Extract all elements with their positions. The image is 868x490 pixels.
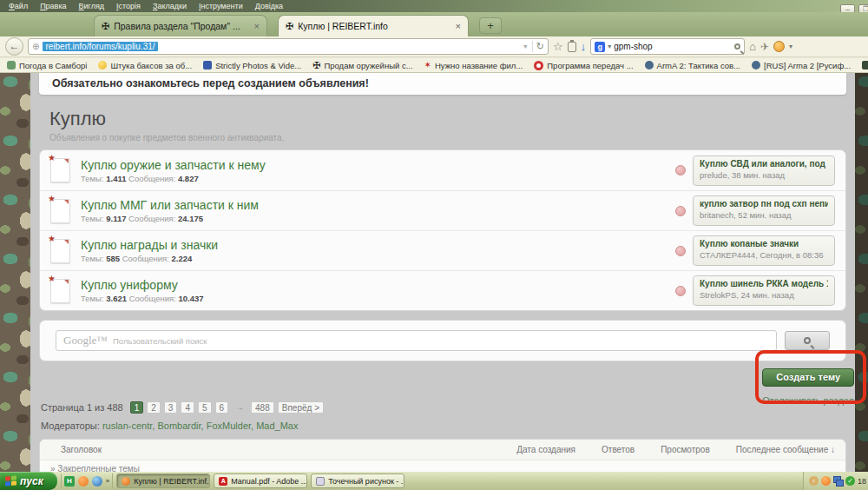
tray-antivirus-icon[interactable]: ✓	[845, 476, 855, 486]
moderator-links[interactable]: ruslan-centr, Bombardir, FoxMulder, Mad_…	[102, 420, 299, 431]
last-post-box[interactable]: Куплю копаные значки СТАЛКЕР4444, Сегодн…	[693, 235, 835, 266]
windows-flag-icon	[5, 475, 16, 486]
google-search-input[interactable]: Google™ Пользовательский поиск	[56, 330, 777, 351]
last-post-title[interactable]: Куплю шинель РККА модель 1936 ...	[700, 279, 828, 288]
send-icon[interactable]: ✈	[760, 41, 769, 53]
page-button-3[interactable]: 3	[164, 401, 178, 414]
reload-icon[interactable]: ↻	[536, 41, 544, 52]
google-search-panel: Google™ Пользовательский поиск	[39, 320, 846, 361]
taskbar-clock[interactable]: 18	[858, 477, 868, 486]
quicklaunch-overflow-icon[interactable]: »	[106, 477, 109, 485]
vietnam-bookmark-icon	[862, 61, 868, 70]
tab-kuplyu[interactable]: ✠ Куплю | REIBERT.info ×	[278, 15, 469, 36]
bookmark-photos[interactable]: Strictly Photos & Vide...	[203, 61, 301, 70]
start-button[interactable]: пуск	[0, 472, 57, 490]
unread-indicator-icon[interactable]	[675, 246, 686, 256]
last-post-box[interactable]: Куплю шинель РККА модель 1936 ... Strelo…	[693, 275, 835, 306]
back-button[interactable]: ←	[5, 37, 23, 56]
forum-link[interactable]: Куплю награды и значки	[81, 238, 675, 252]
tab-strip: ✠ Правила раздела "Продам" ... × ✠ Куплю…	[0, 12, 868, 36]
page-button-5[interactable]: 5	[198, 401, 212, 414]
menu-tools[interactable]: Інструменти	[194, 2, 248, 10]
bookmarks-menu-icon[interactable]	[568, 42, 576, 52]
bookmark-tv[interactable]: Программа передач ...	[534, 61, 633, 70]
navigation-toolbar: ← ⊕ reibert.info/forums/kupliu.31/ ▼ ↻ ☆…	[0, 36, 868, 57]
bookmark-arma-rus[interactable]: [RUS] Arma 2 [Русиф...	[752, 61, 851, 70]
menu-help[interactable]: Довідка	[250, 2, 288, 10]
arma-bookmark-icon	[645, 61, 654, 70]
url-bar[interactable]: ⊕ reibert.info/forums/kupliu.31/ ▼ ↻	[28, 38, 549, 55]
bookmark-arma-tactics[interactable]: ArmA 2: Тактика сов...	[645, 61, 740, 70]
page-button-1[interactable]: 1	[130, 401, 144, 414]
google-search-button[interactable]	[785, 331, 830, 350]
forum-link[interactable]: Куплю униформу	[81, 278, 675, 292]
tray-firefox-icon[interactable]	[821, 476, 831, 486]
tab-rules[interactable]: ✠ Правила раздела "Продам" ... ×	[94, 15, 267, 36]
next-page-button[interactable]: Вперёд >	[278, 401, 324, 414]
bookmark-star-icon[interactable]: ☆	[553, 41, 563, 52]
annotation-rectangle	[755, 350, 866, 404]
paint-task-icon	[316, 477, 325, 486]
bookmark-weather[interactable]: Погода в Самборі	[7, 61, 87, 70]
menu-edit[interactable]: Правка	[35, 2, 71, 10]
column-last-message[interactable]: Последнее сообщение ↓	[736, 445, 835, 454]
forum-link[interactable]: Куплю оружие и запчасти к нему	[81, 158, 675, 172]
quicklaunch-firefox-icon[interactable]	[78, 476, 89, 487]
page-button-last[interactable]: 488	[251, 401, 274, 414]
unread-indicator-icon[interactable]	[675, 165, 686, 175]
downloads-icon[interactable]: ↓	[581, 40, 587, 53]
bookmark-film[interactable]: ✶Нужно название фил...	[424, 61, 523, 70]
menu-history[interactable]: Історія	[111, 2, 146, 10]
task-firefox[interactable]: Куплю | REIBERT.inf...	[116, 473, 210, 488]
toolbar-overflow-icon[interactable]: ▾	[789, 43, 792, 50]
google-search-placeholder: Пользовательский поиск	[113, 336, 207, 346]
bookmark-vietnam[interactable]: Vietnam: The Experie...	[862, 61, 868, 70]
tray-collapse-icon[interactable]: ‹	[809, 476, 819, 486]
pagination-gap-arrow: →	[232, 401, 247, 414]
tab-close-icon[interactable]: ×	[456, 21, 461, 31]
menu-view[interactable]: Вигляд	[74, 2, 110, 10]
last-post-box[interactable]: куплю затвор пн под схп непиля... britan…	[693, 195, 835, 226]
quicklaunch-h-icon[interactable]: H	[64, 476, 75, 487]
search-magnifier-icon[interactable]	[734, 43, 740, 50]
unread-indicator-icon[interactable]	[675, 206, 686, 216]
bookmark-bucks[interactable]: Штука баксов за об...	[98, 61, 192, 70]
menu-bookmarks[interactable]: Закладки	[148, 2, 192, 10]
column-title[interactable]: Заголовок	[61, 445, 490, 454]
page-button-4[interactable]: 4	[181, 401, 194, 414]
page-button-2[interactable]: 2	[147, 401, 161, 414]
tray-network-icon[interactable]	[833, 476, 843, 486]
last-post-meta: britanech, 52 мин. назад	[700, 210, 828, 220]
home-icon[interactable]: ⌂	[749, 41, 756, 52]
quicklaunch-earth-icon[interactable]	[92, 476, 102, 487]
menu-file[interactable]: Файл	[3, 2, 33, 10]
tab-close-icon[interactable]: ×	[254, 21, 260, 31]
url-text[interactable]: reibert.info/forums/kupliu.31/	[43, 42, 157, 51]
system-tray: ‹ ✓ 18	[803, 472, 868, 490]
url-dropdown-icon[interactable]: ▼	[523, 43, 529, 50]
new-tab-button[interactable]: +	[479, 17, 502, 34]
addon-emoji-icon[interactable]	[773, 41, 785, 52]
forum-list: ★ Куплю оружие и запчасти к нему Темы: 1…	[39, 149, 846, 311]
page-title: Куплю	[49, 108, 846, 130]
search-input[interactable]: gpm-shop	[614, 42, 732, 51]
forum-link[interactable]: Куплю ММГ или запчасти к ним	[81, 198, 675, 212]
last-post-title[interactable]: Куплю копаные значки	[700, 239, 828, 248]
search-box[interactable]: g ▾ gpm-shop	[590, 38, 745, 55]
last-post-title[interactable]: куплю затвор пн под схп непиля...	[700, 199, 828, 209]
forum-row-uniform: ★ Куплю униформу Темы: 3.621 Сообщения: …	[40, 270, 845, 310]
engine-dropdown-icon[interactable]: ▾	[608, 43, 611, 50]
column-replies[interactable]: Ответов	[602, 445, 635, 454]
task-paint[interactable]: Точечный рисунок - ...	[311, 473, 404, 488]
last-post-box[interactable]: Куплю СВД или аналоги, под 7.62... prelu…	[693, 156, 835, 186]
tv-bookmark-icon	[534, 61, 543, 70]
page-button-6[interactable]: 6	[215, 401, 229, 414]
task-acrobat[interactable]: A Manual.pdf - Adobe ...	[214, 473, 307, 488]
bookmark-sell[interactable]: ✠Продам оружейный с...	[312, 61, 412, 70]
column-date[interactable]: Дата создания	[516, 445, 575, 454]
last-post-title[interactable]: Куплю СВД или аналоги, под 7.62...	[700, 159, 828, 169]
google-search-engine-icon[interactable]: g	[595, 42, 605, 52]
acrobat-task-icon: A	[219, 477, 227, 486]
column-views[interactable]: Просмотров	[661, 445, 710, 454]
unread-indicator-icon[interactable]	[675, 286, 686, 296]
